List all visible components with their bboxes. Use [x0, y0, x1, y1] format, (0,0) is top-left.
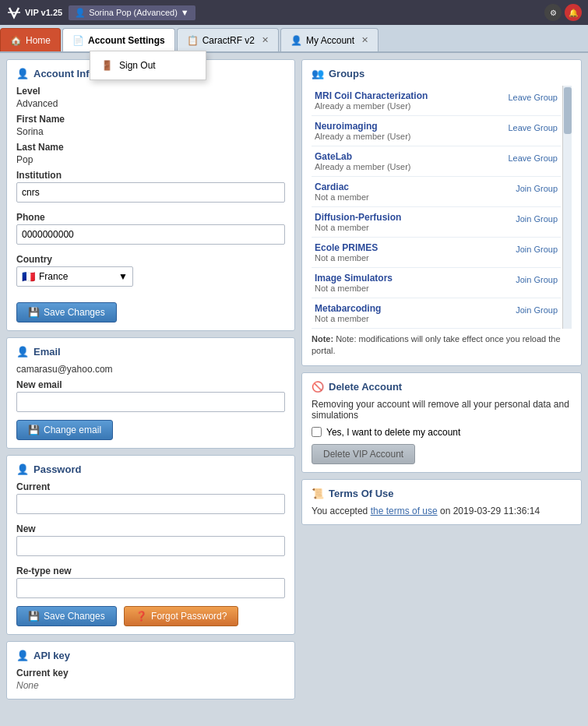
- person-icon: 👤: [16, 68, 29, 79]
- institution-label: Institution: [16, 170, 285, 181]
- new-password-input[interactable]: [16, 536, 285, 556]
- country-select[interactable]: 🇫🇷 France ▼: [16, 266, 133, 287]
- flag-icon: 🇫🇷: [22, 270, 35, 283]
- settings-icon[interactable]: ⚙: [544, 4, 562, 21]
- password-person-icon: 👤: [16, 463, 29, 475]
- delete-account-panel: 🚫 Delete Account Removing your account w…: [301, 372, 582, 473]
- current-key-label: Current key: [16, 668, 285, 678]
- group-action-button[interactable]: Leave Group: [508, 90, 558, 106]
- last-name-label: Last Name: [16, 142, 285, 153]
- group-action-button[interactable]: Join Group: [516, 273, 558, 288]
- email-person-icon: 👤: [16, 346, 29, 358]
- user-menu-button[interactable]: 👤 Sorina Pop (Advanced) ▼: [69, 5, 195, 20]
- delete-confirm-checkbox[interactable]: [312, 427, 322, 437]
- first-name-value: Sorina: [16, 126, 285, 137]
- group-name: Cardiac: [315, 182, 516, 192]
- save-icon: 💾: [28, 307, 40, 318]
- phone-input[interactable]: [16, 224, 285, 245]
- first-name-label: First Name: [16, 114, 285, 125]
- group-status: Already a member (User): [315, 132, 508, 141]
- delete-vip-account-button[interactable]: Delete VIP Account: [312, 444, 415, 464]
- user-dropdown: 🚪 Sign Out: [90, 51, 206, 80]
- group-item: GateLab Already a member (User) Leave Gr…: [312, 146, 561, 177]
- chevron-down-icon: ▼: [118, 271, 128, 282]
- main-content: 👤 Account Info Level Advanced First Name…: [0, 53, 588, 706]
- current-password-input[interactable]: [16, 494, 285, 514]
- change-email-button[interactable]: 💾 Change email: [16, 420, 113, 440]
- group-status: Not a member: [315, 253, 516, 263]
- tab-home[interactable]: 🏠 Home: [0, 28, 61, 51]
- my-account-icon: 👤: [290, 35, 302, 46]
- group-status: Not a member: [315, 223, 516, 232]
- group-info: Metabarcoding Not a member: [315, 303, 516, 323]
- scrollbar-track[interactable]: [562, 86, 572, 329]
- groups-list: MRI Coil Characterization Already a memb…: [312, 86, 572, 329]
- password-save-button[interactable]: 💾 Save Changes: [16, 606, 117, 626]
- alert-icon[interactable]: 🔔: [565, 4, 582, 21]
- app-logo: VIP v1.25: [6, 5, 62, 20]
- sign-out-item[interactable]: 🚪 Sign Out: [90, 55, 206, 76]
- group-status: Already a member (User): [315, 162, 508, 171]
- group-name: Neuroimaging: [315, 121, 508, 132]
- group-action-button[interactable]: Join Group: [516, 182, 558, 197]
- group-item: Ecole PRIMES Not a member Join Group: [312, 238, 561, 268]
- api-key-value: None: [16, 680, 285, 691]
- group-action-button[interactable]: Leave Group: [508, 151, 558, 167]
- user-icon: 👤: [75, 8, 86, 18]
- new-pw-label: New: [16, 523, 285, 534]
- group-action-button[interactable]: Join Group: [516, 242, 558, 258]
- pw-save-icon: 💾: [28, 611, 40, 622]
- phone-label: Phone: [16, 212, 285, 223]
- retype-password-input[interactable]: [16, 578, 285, 598]
- close-caractrf-button[interactable]: ✕: [262, 35, 269, 45]
- group-status: Not a member: [315, 314, 516, 323]
- api-key-panel: 👤 API key Current key None: [6, 641, 295, 700]
- group-info: GateLab Already a member (User): [315, 151, 508, 171]
- caractrf-icon: 📋: [187, 35, 199, 46]
- group-status: Not a member: [315, 192, 516, 202]
- sign-out-icon: 🚪: [101, 60, 113, 71]
- close-my-account-button[interactable]: ✕: [361, 35, 368, 45]
- forgot-icon: ❓: [136, 611, 147, 622]
- group-action-button[interactable]: Join Group: [516, 303, 558, 319]
- delete-icon: 🚫: [312, 381, 324, 393]
- tab-bar: 🏠 Home 📄 Account Settings 📋 CaractRF v2 …: [0, 25, 588, 53]
- account-settings-icon: 📄: [72, 35, 84, 46]
- forgot-password-button[interactable]: ❓ Forgot Password?: [124, 606, 238, 626]
- home-icon: 🏠: [10, 35, 22, 46]
- scrollbar-thumb: [564, 87, 572, 134]
- email-title: 👤 Email: [16, 346, 285, 358]
- groups-title: 👥 Groups: [312, 68, 572, 79]
- group-info: Image Simulators Not a member: [315, 273, 516, 293]
- last-name-value: Pop: [16, 154, 285, 165]
- group-item: Neuroimaging Already a member (User) Lea…: [312, 116, 561, 146]
- group-action-button[interactable]: Leave Group: [508, 121, 558, 136]
- terms-of-use-link[interactable]: the terms of use: [371, 506, 438, 516]
- group-status: Not a member: [315, 284, 516, 293]
- new-email-input[interactable]: [16, 392, 285, 412]
- tab-account-settings[interactable]: 📄 Account Settings: [62, 28, 175, 51]
- terms-of-use-panel: 📜 Terms Of Use You accepted the terms of…: [301, 479, 582, 525]
- group-info: Diffusion-Perfusion Not a member: [315, 212, 516, 232]
- groups-wrapper: MRI Coil Characterization Already a memb…: [312, 86, 572, 329]
- api-key-title: 👤 API key: [16, 650, 285, 661]
- account-save-button[interactable]: 💾 Save Changes: [16, 302, 117, 322]
- group-info: Neuroimaging Already a member (User): [315, 121, 508, 141]
- right-column: 👥 Groups MRI Coil Characterization Alrea…: [301, 59, 582, 700]
- terms-icon: 📜: [312, 488, 324, 499]
- groups-panel: 👥 Groups MRI Coil Characterization Alrea…: [301, 59, 582, 366]
- institution-input[interactable]: [16, 182, 285, 203]
- tab-my-account[interactable]: 👤 My Account ✕: [280, 28, 379, 51]
- group-status: Already a member (User): [315, 101, 508, 111]
- group-action-button[interactable]: Join Group: [516, 212, 558, 227]
- group-name: Diffusion-Perfusion: [315, 212, 516, 223]
- tab-caractrf[interactable]: 📋 CaractRF v2 ✕: [177, 28, 279, 51]
- terms-title: 📜 Terms Of Use: [312, 488, 572, 499]
- delete-checkbox-row: Yes, I want to delete my account: [312, 427, 572, 438]
- chevron-down-icon: ▼: [181, 8, 189, 17]
- api-key-icon: 👤: [16, 650, 29, 661]
- delete-checkbox-label[interactable]: Yes, I want to delete my account: [326, 427, 460, 438]
- password-panel: 👤 Password Current New Re-type new 💾 Sav…: [6, 455, 295, 635]
- group-name: Ecole PRIMES: [315, 242, 516, 253]
- country-label: Country: [16, 254, 285, 265]
